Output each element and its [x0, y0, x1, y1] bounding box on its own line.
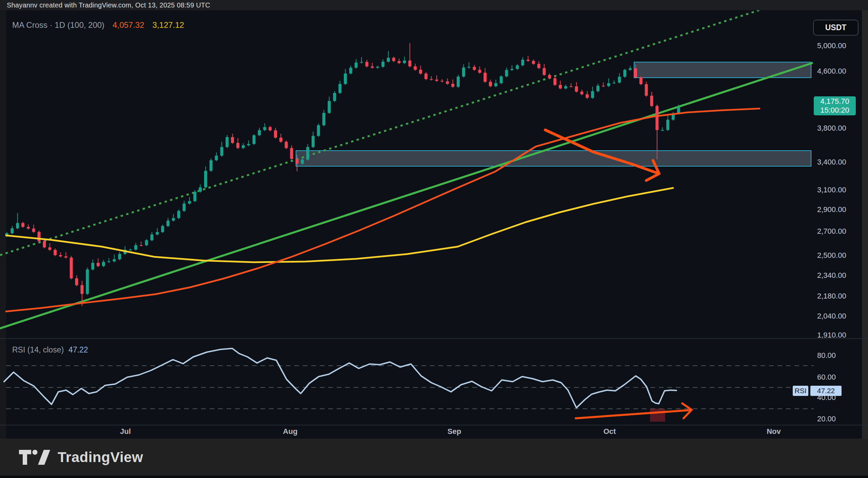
candle	[414, 66, 417, 70]
price-axis-label: 2,180.00	[817, 292, 846, 301]
rsi-drawn-arrow	[576, 410, 690, 418]
candle	[548, 75, 551, 78]
candle	[54, 250, 57, 255]
candle	[505, 70, 508, 76]
candle	[510, 69, 513, 70]
candle	[140, 245, 143, 246]
candle	[48, 247, 51, 250]
candle	[129, 250, 132, 250]
candle	[462, 68, 465, 77]
rsi-axis-label: 80.00	[817, 351, 836, 360]
candle	[623, 70, 626, 77]
price-axis-label: 2,700.00	[817, 227, 846, 236]
candle	[225, 137, 229, 147]
ma200-value: 3,127.12	[153, 20, 184, 30]
candle	[204, 171, 207, 188]
candle	[478, 70, 481, 73]
candle	[575, 87, 578, 92]
rsi-highlight-box	[650, 409, 665, 422]
candle	[328, 101, 331, 113]
candle	[290, 148, 293, 159]
candle	[440, 81, 443, 81]
ma-cross-legend[interactable]: MA Cross · 1D (100, 200) 4,057.32 3,127.…	[12, 20, 184, 30]
candle	[269, 127, 272, 131]
candle	[199, 187, 202, 192]
pane-divider[interactable]	[0, 425, 868, 425]
ma-cross-legend-title: MA Cross · 1D (100, 200)	[12, 20, 104, 30]
candle	[516, 65, 519, 69]
candle	[301, 159, 304, 164]
month-label: Sep	[448, 427, 461, 436]
candle	[113, 259, 116, 261]
ma200-line	[6, 188, 673, 262]
candle	[263, 127, 266, 130]
pane-divider[interactable]	[0, 338, 868, 339]
candle	[220, 147, 223, 156]
candle	[629, 68, 632, 70]
candle	[80, 285, 83, 294]
candle	[661, 130, 664, 131]
currency-toggle-button[interactable]: USDT	[813, 20, 859, 36]
candle	[489, 82, 492, 86]
supply-demand-zone	[296, 151, 811, 166]
candle	[70, 257, 73, 278]
candle	[666, 120, 669, 130]
month-label: Jul	[120, 427, 131, 436]
candle	[27, 227, 30, 229]
candle	[360, 62, 363, 62]
candle	[16, 223, 19, 228]
rsi-line	[4, 348, 676, 408]
candle	[355, 62, 358, 68]
candle	[596, 86, 599, 91]
candle	[564, 86, 567, 88]
rsi-legend[interactable]: RSI (14, close) 47.22	[12, 345, 88, 355]
candle	[236, 143, 239, 148]
candle	[312, 136, 315, 147]
candle	[11, 228, 14, 233]
candle	[38, 232, 41, 241]
candle	[242, 145, 245, 148]
chart-canvas[interactable]	[0, 0, 868, 478]
candle	[193, 192, 196, 201]
candle	[59, 255, 62, 256]
countdown-timer: 15:00:20	[820, 106, 849, 115]
candle	[32, 229, 35, 232]
candle	[371, 66, 374, 68]
candle	[591, 91, 594, 98]
price-axis-label: 2,500.00	[817, 251, 846, 260]
dotted-trendline	[0, 10, 759, 255]
price-axis-label: 2,900.00	[817, 205, 846, 214]
price-axis-label: 3,400.00	[817, 158, 846, 167]
candle	[645, 84, 648, 96]
currency-toggle-label: USDT	[825, 23, 847, 32]
tradingview-logo[interactable]: TradingView	[19, 449, 143, 465]
attribution-text: Shayannv created with TradingView.com, O…	[7, 1, 210, 9]
last-price-badge: 4,175.70 15:00:20	[814, 96, 856, 115]
candle	[527, 60, 530, 61]
candle	[408, 60, 411, 66]
candle	[500, 76, 503, 83]
candle	[365, 62, 368, 66]
candle	[306, 147, 309, 159]
rsi-legend-title: RSI (14, close)	[12, 345, 64, 355]
candle	[118, 254, 121, 259]
price-axis-label: 2,340.00	[817, 271, 846, 280]
candle	[253, 135, 256, 144]
candle	[553, 78, 556, 85]
price-axis-label: 3,800.00	[817, 124, 846, 133]
candle	[580, 92, 583, 94]
candle	[156, 232, 159, 234]
candle	[134, 245, 137, 250]
candle	[398, 61, 401, 63]
candle	[97, 263, 100, 266]
candle	[344, 74, 347, 84]
rsi-badge-label: RSI	[793, 386, 808, 396]
candle	[655, 106, 658, 130]
candle	[279, 138, 282, 142]
tradingview-logo-text: TradingView	[58, 449, 143, 465]
attribution-bar: Shayannv created with TradingView.com, O…	[0, 0, 868, 10]
candle	[183, 204, 186, 211]
candle	[532, 61, 535, 64]
candle	[75, 278, 78, 285]
month-label: Aug	[283, 427, 298, 436]
